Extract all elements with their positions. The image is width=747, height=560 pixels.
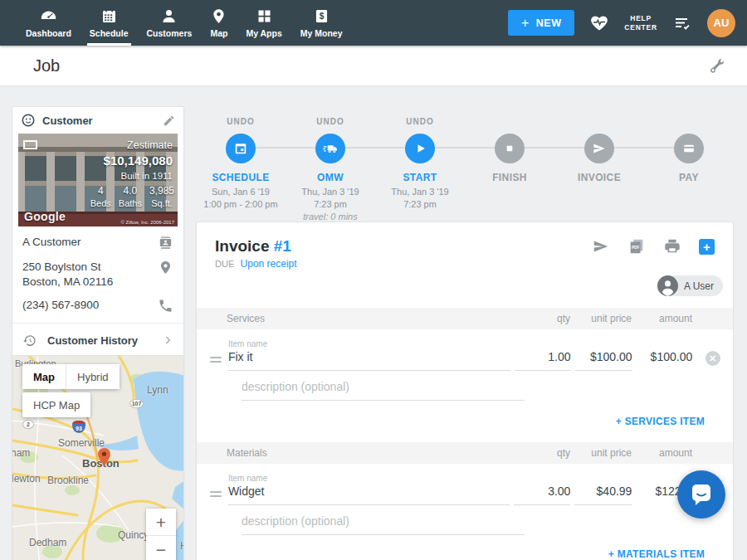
nav-item-dashboard[interactable]: Dashboard [17, 0, 81, 46]
map-canvas[interactable]: Burlington Lynn 107 2 93 Somerville ham … [12, 356, 183, 560]
undo-omw-link[interactable]: UNDO [286, 117, 375, 126]
zillow-copyright: © Zillow, Inc. 2006-2017 [121, 220, 174, 225]
phone-icon-wrap[interactable] [158, 298, 173, 314]
drag-handle-icon[interactable] [210, 491, 228, 505]
invoice-card: Invoice #1 PDF + DUE Upon receipt A User… [196, 222, 734, 560]
phone-icon [158, 298, 173, 314]
map-type-hybrid-button[interactable]: Hybrid [66, 364, 120, 389]
job-location-pin[interactable] [98, 448, 110, 466]
customer-history-link[interactable]: Customer History [22, 324, 173, 357]
invoice-number[interactable]: #1 [274, 237, 291, 255]
zestimate-built: Built in 1911 [121, 171, 173, 181]
remove-service-item-button[interactable]: ✕ [706, 351, 720, 366]
nav-label: My Apps [246, 28, 281, 38]
material-item-unit-price-input[interactable] [574, 485, 632, 505]
material-item-name-input[interactable] [228, 485, 510, 505]
material-description-input[interactable] [242, 514, 525, 535]
chat-messenger-button[interactable] [677, 470, 725, 519]
service-item-unit-price-input[interactable] [575, 350, 632, 371]
map-label-brookline: Brookline [47, 475, 89, 486]
orange-pin-icon [98, 448, 110, 466]
undo-placeholder [644, 117, 734, 126]
dashboard-icon [40, 7, 57, 25]
service-item-qty-input[interactable] [515, 350, 571, 371]
step-label: SCHEDULE [196, 172, 286, 183]
nav-item-customers[interactable]: Customers [138, 0, 202, 46]
help-center-link[interactable]: HELP CENTER [624, 14, 657, 32]
customer-address: 250 Boylston St Boston, MA 02116 [22, 260, 113, 289]
map-label-lynn: Lynn [147, 384, 168, 396]
due-value-link[interactable]: Upon receipt [241, 258, 297, 270]
invoice-due-line: DUE Upon receipt [197, 256, 733, 270]
svg-text:$: $ [319, 12, 324, 21]
omw-step-button[interactable] [315, 134, 345, 163]
send-icon [591, 140, 608, 157]
apps-grid-icon [256, 7, 273, 25]
edit-customer-button[interactable] [163, 114, 175, 127]
invoice-step-button[interactable] [584, 134, 614, 163]
pdf-icon: PDF [627, 237, 646, 256]
assigned-user-chip[interactable]: A User [657, 275, 723, 296]
due-label: DUE [215, 259, 234, 269]
hcp-map-button[interactable]: HCP Map [22, 392, 90, 417]
map-type-buttons: Map Hybrid [22, 364, 120, 389]
list-check-icon [672, 13, 692, 33]
send-invoice-button[interactable] [592, 237, 610, 256]
map-label-hingham: Hi [180, 540, 184, 552]
customer-phone: (234) 567-8900 [22, 298, 99, 313]
property-photo[interactable]: Zestimate $10,149,080 Built in 1911 4Bed… [18, 134, 178, 226]
unit-price-column-header: unit price [570, 447, 632, 459]
contact-card-icon [158, 235, 173, 251]
undo-start-link[interactable]: UNDO [375, 117, 465, 126]
nav-label: My Money [300, 28, 343, 38]
finish-step-button[interactable] [495, 134, 525, 163]
customer-card: Customer [12, 106, 184, 358]
service-description-row [242, 379, 733, 401]
contact-card-icon-wrap[interactable] [158, 235, 173, 251]
step-label: FINISH [465, 172, 554, 183]
undo-schedule-link[interactable]: UNDO [196, 117, 286, 126]
step-time: 7:23 pm [375, 198, 465, 211]
sqft-value: 3,985 [149, 185, 174, 197]
service-item-row: $100.00 ✕ [210, 350, 733, 371]
baths-value: 4.0 [119, 185, 142, 197]
health-heart-button[interactable] [589, 13, 609, 33]
pay-step-button[interactable] [674, 134, 704, 163]
add-invoice-button[interactable]: + [699, 239, 715, 255]
top-navbar: Dashboard Schedule Customers Map My Apps… [0, 0, 747, 46]
route-2-shield: 2 [22, 420, 34, 429]
photo-frame-icon [23, 140, 37, 149]
nav-items: Dashboard Schedule Customers Map My Apps… [17, 0, 352, 46]
services-section-label: Services [227, 313, 510, 324]
checklist-button[interactable] [672, 13, 692, 33]
page-header: Job [0, 46, 747, 86]
schedule-icon [100, 7, 118, 25]
zoom-out-button[interactable]: − [146, 536, 176, 560]
job-settings-button[interactable] [708, 57, 725, 75]
start-step-button[interactable] [405, 134, 435, 163]
nav-item-my-apps[interactable]: My Apps [237, 0, 290, 46]
user-avatar[interactable]: AU [707, 9, 735, 37]
zestimate-price: $10,149,080 [104, 153, 173, 168]
add-services-item-link[interactable]: + SERVICES ITEM [616, 416, 705, 427]
step-label: OMW [286, 172, 375, 183]
service-description-input[interactable] [242, 380, 525, 401]
new-button[interactable]: + NEW [508, 10, 574, 36]
pdf-button[interactable]: PDF [627, 237, 646, 256]
location-icon-wrap[interactable] [158, 260, 173, 275]
drag-handle-icon[interactable] [210, 357, 228, 371]
materials-section-header: Materials qty unit price amount [197, 442, 733, 464]
map-type-map-button[interactable]: Map [22, 364, 66, 389]
nav-item-map[interactable]: Map [201, 0, 237, 46]
map-label-somerville: Somerville [58, 437, 105, 449]
schedule-step-button[interactable] [226, 134, 256, 163]
print-button[interactable] [663, 237, 681, 256]
nav-item-my-money[interactable]: $ My Money [291, 0, 352, 46]
step-label: PAY [644, 172, 734, 183]
add-materials-item-link[interactable]: + MATERIALS ITEM [608, 548, 705, 560]
material-item-qty-input[interactable] [514, 485, 570, 505]
zoom-in-button[interactable]: + [146, 509, 176, 535]
service-item-name-input[interactable] [228, 350, 510, 371]
page-title: Job [33, 56, 60, 75]
nav-item-schedule[interactable]: Schedule [81, 0, 138, 46]
